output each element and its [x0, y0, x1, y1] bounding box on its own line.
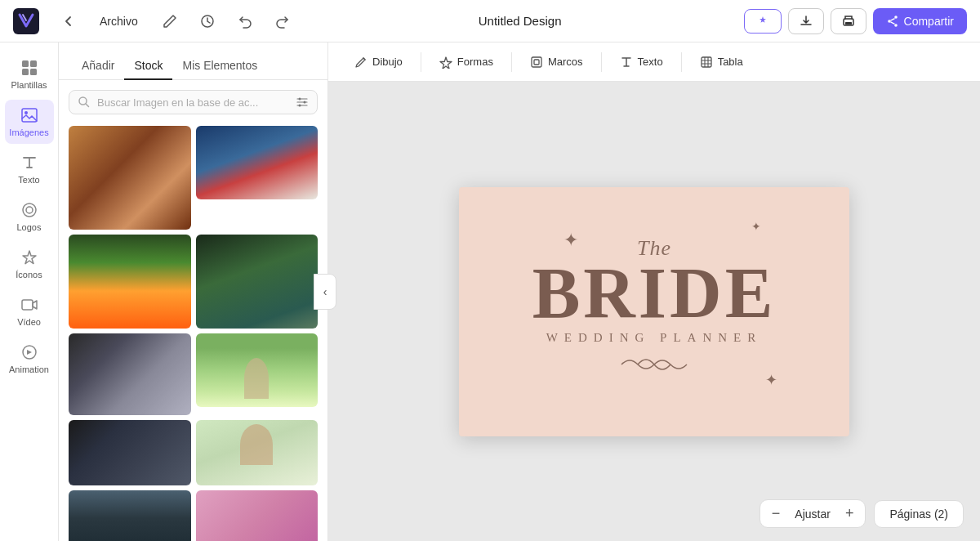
svg-rect-11	[22, 109, 37, 122]
svg-point-5	[894, 24, 898, 27]
tab-anadir[interactable]: Añadir	[72, 52, 124, 80]
list-item[interactable]	[196, 333, 318, 407]
sidebar-label-animation: Animation	[9, 364, 49, 374]
sidebar-item-logos[interactable]: Logos	[5, 194, 54, 239]
print-button[interactable]	[831, 8, 866, 34]
sidebar-label-logos: Logos	[17, 222, 42, 232]
svg-rect-22	[534, 60, 539, 65]
toolbar-divider	[511, 52, 512, 72]
zoom-label[interactable]: Ajustar	[788, 507, 837, 521]
svg-rect-10	[30, 69, 37, 75]
back-button[interactable]	[56, 10, 82, 33]
search-input[interactable]	[97, 96, 289, 109]
svg-point-13	[23, 203, 36, 217]
zoom-controls: − Ajustar +	[760, 499, 866, 528]
sidebar-item-animation[interactable]: Animation	[5, 337, 54, 381]
svg-rect-3	[845, 22, 852, 25]
list-item[interactable]	[69, 235, 191, 329]
pages-label: Páginas	[889, 507, 931, 521]
search-bar	[69, 90, 318, 114]
canvas-toolbar: Dibujo Formas Marcos Texto Tabla	[328, 42, 980, 82]
svg-point-14	[26, 207, 33, 213]
filter-button[interactable]	[296, 96, 309, 109]
toolbar-dibujo-label: Dibujo	[372, 56, 403, 68]
image-grid	[59, 121, 327, 541]
toolbar-marcos-label: Marcos	[548, 56, 583, 68]
archivo-button[interactable]: Archivo	[91, 10, 146, 33]
toolbar-formas-button[interactable]: Formas	[430, 51, 503, 74]
toolbar-marcos-button[interactable]: Marcos	[520, 51, 593, 74]
list-item[interactable]	[196, 126, 318, 199]
share-label: Compartir	[904, 15, 954, 28]
toolbar-tabla-button[interactable]: Tabla	[690, 51, 753, 74]
top-bar-actions: Compartir	[744, 8, 967, 34]
sparkle-icon: ✦	[765, 371, 777, 389]
svg-rect-15	[22, 300, 33, 310]
toolbar-divider	[421, 52, 421, 72]
download-button[interactable]	[788, 8, 824, 34]
history-button[interactable]	[194, 9, 221, 34]
svg-rect-9	[22, 69, 29, 75]
design-wedding-planner-text: WEDDING PLANNER	[546, 331, 763, 345]
svg-point-12	[24, 111, 28, 114]
list-item[interactable]	[196, 235, 318, 329]
svg-point-4	[894, 16, 898, 19]
design-ornament	[613, 348, 695, 387]
design-content: The BRIDE WEDDING PLANNER	[459, 187, 849, 436]
list-item[interactable]	[69, 333, 191, 415]
list-item[interactable]	[69, 490, 191, 541]
list-item[interactable]	[69, 420, 191, 485]
canvas-workspace[interactable]: ✦ ✦ ✦ The BRIDE WEDDING PLANNER	[328, 82, 980, 541]
tab-stock[interactable]: Stock	[124, 52, 172, 80]
sidebar-item-plantillas[interactable]: Plantillas	[5, 52, 54, 96]
list-item[interactable]	[69, 126, 191, 230]
toolbar-divider	[601, 52, 602, 72]
zoom-minus-button[interactable]: −	[767, 503, 786, 524]
edit-tool-button[interactable]	[156, 9, 184, 34]
sidebar-label-plantillas: Plantillas	[11, 80, 47, 90]
svg-rect-7	[22, 60, 29, 67]
svg-rect-0	[13, 8, 39, 34]
sidebar-label-iconos: Íconos	[16, 270, 42, 279]
share-button[interactable]: Compartir	[873, 8, 967, 34]
sidebar-item-imagenes[interactable]: Imágenes	[5, 100, 54, 144]
main-area: Plantillas Imágenes Texto Logos Íconos V…	[0, 42, 980, 541]
sidebar-label-texto: Texto	[18, 175, 39, 185]
search-icon	[78, 96, 91, 109]
redo-button[interactable]	[269, 9, 296, 34]
pages-count: (2)	[934, 507, 948, 521]
pages-button[interactable]: Páginas (2)	[874, 500, 964, 528]
tab-mis-elementos[interactable]: Mis Elementos	[172, 52, 267, 80]
toolbar-tabla-label: Tabla	[718, 56, 743, 68]
document-title: Untitled Design	[306, 14, 734, 28]
top-bar: Archivo Untitled Design Compartir	[0, 0, 980, 42]
design-canvas[interactable]: ✦ ✦ ✦ The BRIDE WEDDING PLANNER	[459, 187, 849, 436]
svg-rect-23	[702, 57, 711, 67]
toolbar-texto-button[interactable]: Texto	[610, 51, 673, 74]
list-item[interactable]	[196, 420, 318, 485]
panel-tabs: Añadir Stock Mis Elementos	[59, 42, 327, 80]
toolbar-dibujo-button[interactable]: Dibujo	[345, 51, 412, 74]
toolbar-divider	[681, 52, 682, 72]
magic-button[interactable]	[744, 9, 782, 34]
sidebar-label-imagenes: Imágenes	[9, 127, 48, 137]
toolbar-formas-label: Formas	[457, 56, 493, 68]
zoom-plus-button[interactable]: +	[840, 503, 859, 524]
app-logo	[13, 8, 39, 34]
sparkle-icon: ✦	[751, 220, 761, 233]
svg-rect-8	[30, 60, 37, 67]
svg-rect-21	[532, 57, 541, 67]
icon-sidebar: Plantillas Imágenes Texto Logos Íconos V…	[0, 42, 59, 541]
list-item[interactable]	[196, 490, 318, 541]
design-bride-text: BRIDE	[532, 257, 777, 329]
sidebar-item-video[interactable]: Vídeo	[5, 289, 54, 333]
svg-point-6	[888, 20, 891, 23]
sidebar-item-iconos[interactable]: Íconos	[5, 242, 54, 286]
undo-button[interactable]	[231, 9, 259, 34]
bottom-bar: − Ajustar + Páginas (2)	[760, 499, 964, 528]
sparkle-icon: ✦	[564, 230, 578, 251]
panel-sidebar: Añadir Stock Mis Elementos	[59, 42, 328, 541]
sidebar-label-video: Vídeo	[17, 317, 41, 327]
collapse-panel-button[interactable]: ‹	[314, 274, 336, 310]
sidebar-item-texto[interactable]: Texto	[5, 147, 54, 191]
